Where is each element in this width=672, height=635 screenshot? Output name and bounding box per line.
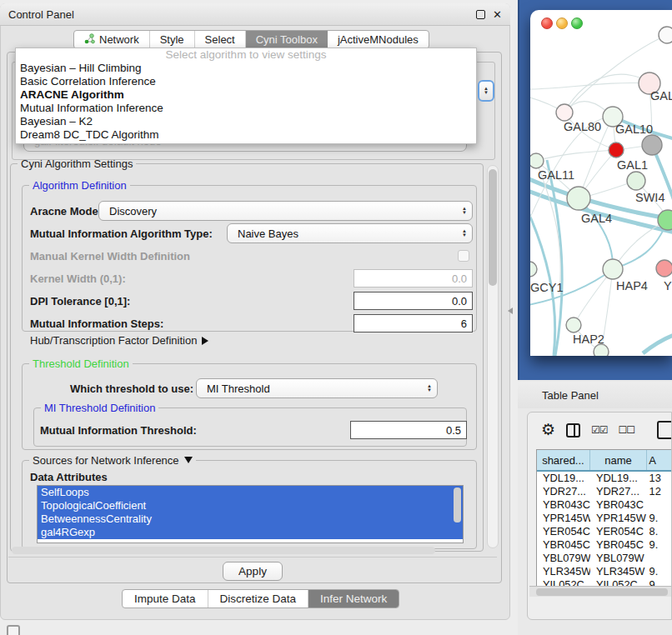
dropdown-item[interactable]: Bayesian – Hill Climbing — [16, 62, 476, 75]
node-gal1[interactable] — [609, 142, 624, 158]
table-row[interactable]: YPR145WYPR145W9. — [537, 512, 672, 525]
hub-definition-toggle[interactable]: Hub/Transcription Factor Definition — [30, 334, 208, 347]
expand-right-icon — [202, 337, 208, 345]
tab-select[interactable]: Select — [195, 31, 246, 48]
cell: YBR043C — [590, 498, 648, 512]
node-label: SWI4 — [635, 191, 664, 204]
table-row[interactable]: YBR045CYBR045C9. — [537, 538, 672, 552]
list-item[interactable]: BetweennessCentrality — [38, 512, 463, 526]
tab-style[interactable]: Style — [150, 31, 195, 48]
tab-label: Style — [160, 33, 184, 46]
cell: YLR345W — [537, 565, 590, 578]
dropdown-item[interactable]: Dream8 DC_TDC Algorithm — [16, 128, 476, 142]
bottom-corner-icon[interactable] — [7, 625, 20, 635]
which-threshold-combo[interactable]: MI Threshold ▲▼ — [196, 378, 438, 398]
column-header-shared-name[interactable]: shared... — [537, 450, 590, 470]
tab-network[interactable]: Network — [74, 31, 150, 48]
node[interactable] — [594, 344, 609, 356]
select-all-icon[interactable]: ☑☑ — [591, 424, 608, 436]
float-window-icon[interactable] — [476, 10, 485, 19]
node-gray[interactable] — [642, 135, 662, 155]
tab-infer-network[interactable]: Infer Network — [308, 590, 399, 608]
cell: 9. — [648, 565, 672, 578]
tab-discretize-data[interactable]: Discretize Data — [208, 590, 309, 608]
data-attributes-list: SelfLoops TopologicalCoefficient Between… — [37, 485, 464, 543]
gear-icon[interactable]: ⚙ — [541, 422, 555, 438]
table-row[interactable]: YLR345WYLR345W9. — [537, 565, 672, 578]
screen: Control Panel ✕ Network Style Select Cyn… — [0, 0, 672, 635]
document-icon[interactable] — [657, 421, 672, 439]
node-label: HAP2 — [573, 332, 604, 346]
cell: 13 — [648, 472, 672, 485]
deselect-all-icon[interactable]: ☐☐ — [619, 424, 635, 436]
list-item[interactable]: SelfLoops — [38, 486, 463, 499]
dropdown-item[interactable]: Mutual Information Inference — [16, 102, 476, 115]
algorithm-dropdown-popup: Select algorithm to view settings Bayesi… — [15, 48, 477, 144]
tab-cyni-toolbox[interactable]: Cyni Toolbox — [246, 31, 328, 48]
aracne-mode-value: Discovery — [109, 205, 462, 218]
manual-kernel-checkbox[interactable] — [458, 250, 469, 262]
cell: 12 — [648, 485, 672, 498]
sources-toggle[interactable]: Sources for Network Inference — [29, 454, 196, 467]
table-horizontal-scrollbar[interactable] — [529, 586, 672, 597]
tab-label: Network — [99, 33, 139, 46]
tab-label: Select — [205, 33, 235, 46]
settings-scrollbar[interactable] — [487, 165, 499, 548]
panel-splitter-icon[interactable] — [508, 308, 513, 314]
mi-threshold-field[interactable] — [350, 421, 467, 439]
table-row[interactable]: YDL19...YDL19...13 — [537, 472, 672, 485]
dropdown-item[interactable]: Bayesian – K2 — [16, 115, 476, 128]
node-salmon[interactable] — [656, 260, 672, 277]
close-icon[interactable]: ✕ — [493, 10, 502, 19]
dropdown-item-aracne[interactable]: ARACNE Algorithm — [16, 88, 476, 102]
node-gal80[interactable] — [556, 104, 573, 121]
aracne-mode-combo[interactable]: Discovery ▲▼ — [98, 201, 473, 221]
tab-label: Discretize Data — [220, 592, 297, 605]
scrollbar-thumb[interactable] — [454, 488, 461, 522]
dropdown-item[interactable]: Basic Correlation Inference — [16, 75, 476, 88]
node-gal11[interactable] — [530, 153, 544, 168]
node-table: shared... name A YDL19...YDL19...13 YDR2… — [536, 449, 672, 592]
column-header-partial[interactable]: A — [647, 450, 672, 470]
node-hap2[interactable] — [566, 318, 581, 332]
kernel-width-field[interactable] — [354, 269, 473, 288]
bottom-tab-bar: Impute Data Discretize Data Infer Networ… — [122, 589, 399, 608]
cell: YDL19... — [590, 472, 648, 485]
tab-impute-data[interactable]: Impute Data — [123, 590, 208, 608]
scrollbar-thumb[interactable] — [536, 588, 668, 596]
table-panel-title: Table Panel — [542, 389, 599, 402]
table-row[interactable]: YER054CYER054C8. — [537, 525, 672, 538]
list-scrollbar[interactable] — [454, 488, 461, 541]
table-row[interactable]: YBL079WYBL079W — [537, 552, 672, 565]
mi-type-label: Mutual Information Algorithm Type: — [30, 228, 213, 240]
network-view-window[interactable]: GAL7 GAL80 GAL10 GAL1 SWI4 GAL11 GAL4 GC… — [530, 10, 672, 356]
list-item[interactable]: TopologicalCoefficient — [38, 499, 463, 512]
apply-button[interactable]: Apply — [223, 562, 283, 581]
cell: YDL19... — [537, 472, 590, 485]
horizontal-scrollbar[interactable] — [12, 547, 435, 554]
node-label: HAP4 — [616, 279, 648, 292]
node-swi4[interactable] — [627, 172, 645, 190]
algorithm-combo-button[interactable]: ▲▼ — [478, 80, 494, 102]
mi-steps-field[interactable] — [354, 314, 473, 332]
combo-arrows-icon: ▲▼ — [462, 207, 467, 215]
network-canvas[interactable]: GAL7 GAL80 GAL10 GAL1 SWI4 GAL11 GAL4 GC… — [530, 10, 672, 356]
scrollbar-thumb[interactable] — [489, 169, 497, 286]
split-columns-icon[interactable] — [566, 423, 580, 438]
node-label: GAL7 — [650, 89, 672, 102]
node-label: GAL10 — [615, 122, 653, 136]
column-header-name[interactable]: name — [590, 450, 647, 470]
table-row[interactable]: YBR043CYBR043C — [537, 498, 672, 512]
combo-arrows-icon: ▲▼ — [427, 384, 432, 392]
list-item[interactable]: gal4RGexp — [38, 526, 463, 539]
node-gal4[interactable] — [567, 187, 590, 210]
tab-jactivemnodules[interactable]: jActiveMNodules — [328, 31, 429, 48]
table-row[interactable]: YDR27...YDR27...12 — [537, 485, 672, 498]
node[interactable] — [659, 27, 672, 43]
hub-definition-label: Hub/Transcription Factor Definition — [30, 334, 197, 347]
mi-type-combo[interactable]: Naive Bayes ▲▼ — [227, 223, 473, 243]
node-green[interactable] — [658, 210, 672, 230]
node-gcy1[interactable] — [530, 262, 537, 277]
dpi-tolerance-field[interactable] — [354, 292, 473, 310]
node-hap4[interactable] — [603, 259, 623, 279]
